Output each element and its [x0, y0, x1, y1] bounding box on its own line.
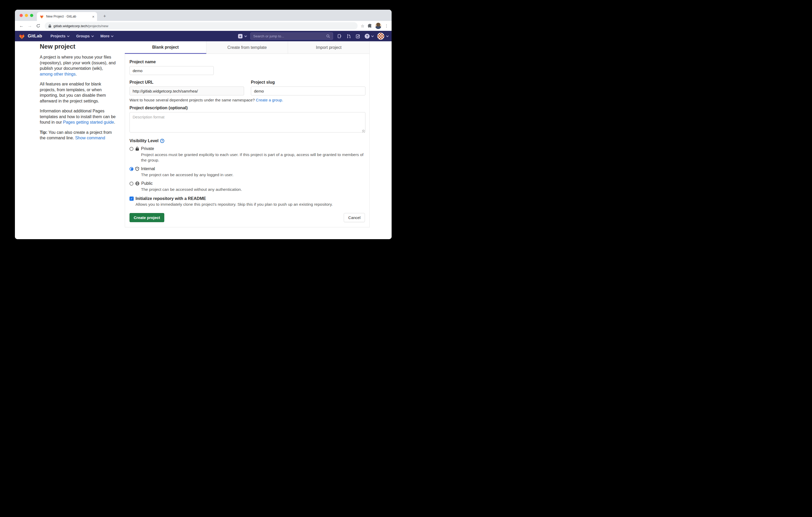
browser-profile-avatar[interactable]	[375, 23, 381, 29]
nav-item-groups[interactable]: Groups	[74, 31, 96, 41]
todos-menu-button[interactable]	[355, 34, 360, 39]
merge-request-icon	[346, 34, 351, 39]
reload-icon	[36, 24, 40, 28]
sidebar-help-column: New project A project is where you house…	[15, 41, 125, 239]
page-title: New project	[40, 43, 114, 50]
bookmark-star-icon[interactable]: ☆	[361, 24, 365, 29]
chevron-down-icon	[111, 34, 114, 37]
page-content: New project A project is where you house…	[15, 41, 392, 239]
gitlab-brand[interactable]: GitLab	[19, 33, 42, 39]
private-option-description: Project access must be granted explicitl…	[141, 152, 365, 163]
sidebar-tip: Tip: You can also create a project from …	[40, 130, 116, 141]
tab-import-project[interactable]: Import project	[288, 41, 370, 54]
extensions-puzzle-icon[interactable]	[368, 24, 372, 28]
internal-option-label[interactable]: Internal	[141, 166, 155, 171]
lock-icon	[135, 147, 139, 151]
textarea-resize-handle[interactable]	[362, 130, 365, 132]
search-icon	[326, 34, 330, 38]
merge-requests-menu-button[interactable]	[346, 34, 351, 39]
namespace-hint: Want to house several dependent projects…	[129, 98, 365, 102]
lock-secure-icon	[49, 24, 51, 28]
among-other-things-link[interactable]: among other things	[40, 72, 76, 76]
gitlab-brand-label: GitLab	[28, 33, 42, 39]
sidebar-paragraph: Information about additional Pages templ…	[40, 108, 116, 125]
tab-close-icon[interactable]: ×	[92, 14, 94, 19]
visibility-option-public: Public The project can be accessed witho…	[129, 181, 365, 192]
search-placeholder: Search or jump to...	[253, 34, 324, 38]
readme-checkbox[interactable]: ✓	[129, 196, 134, 201]
internal-radio[interactable]	[129, 167, 134, 171]
pages-guide-link[interactable]: Pages getting started guide	[63, 120, 114, 124]
project-type-tabs: Blank project Create from template Impor…	[125, 41, 370, 54]
window-zoom-button[interactable]	[30, 14, 33, 17]
sidebar-paragraph: A project is where you house your files …	[40, 54, 116, 77]
globe-icon	[135, 181, 139, 186]
issues-icon	[337, 34, 342, 39]
help-menu[interactable]: ?	[365, 34, 373, 39]
chevron-down-icon	[244, 34, 247, 37]
sidebar-paragraph: All features are enabled for blank proje…	[40, 81, 116, 104]
chevron-down-icon	[371, 34, 374, 37]
new-menu[interactable]: +	[238, 34, 246, 38]
visibility-help-icon[interactable]: ?	[160, 139, 164, 143]
new-plus-icon: +	[238, 34, 242, 38]
issues-menu-button[interactable]	[337, 34, 342, 39]
visibility-level-label: Visibility Level	[129, 139, 158, 143]
tab-blank-project[interactable]: Blank project	[125, 41, 206, 54]
visibility-option-internal: Internal The project can be accessed by …	[129, 166, 365, 178]
project-description-textarea[interactable]	[129, 112, 366, 132]
project-name-label: Project name	[129, 60, 365, 64]
show-command-link[interactable]: Show command	[75, 136, 105, 140]
project-slug-label: Project slug	[251, 80, 366, 85]
gitlab-favicon-icon	[39, 14, 44, 19]
new-project-panel: Blank project Create from template Impor…	[125, 41, 370, 227]
help-icon: ?	[365, 34, 370, 39]
browser-tab[interactable]: New Project · GitLab ×	[37, 12, 97, 21]
create-group-link[interactable]: Create a group.	[256, 98, 283, 102]
project-description-label: Project description (optional)	[129, 105, 365, 110]
public-option-description: The project can be accessed without any …	[141, 187, 365, 192]
blank-project-form: Project name Project URL Project slug	[125, 54, 370, 227]
private-radio[interactable]	[129, 147, 134, 151]
readme-label[interactable]: Initialize repository with a README	[136, 196, 206, 201]
gitlab-logo-icon	[19, 33, 25, 39]
browser-window: New Project · GitLab × + ← → gitlab.widg…	[15, 10, 392, 239]
project-url-label: Project URL	[129, 80, 244, 85]
window-controls	[20, 14, 33, 17]
back-button[interactable]: ←	[18, 23, 25, 29]
todo-check-icon	[355, 34, 360, 39]
forward-button[interactable]: →	[26, 23, 33, 29]
global-search-input[interactable]: Search or jump to...	[250, 32, 333, 40]
new-tab-button[interactable]: +	[101, 13, 108, 20]
user-menu[interactable]	[377, 33, 388, 40]
project-slug-input[interactable]	[251, 87, 366, 95]
user-avatar	[377, 33, 384, 40]
private-option-label[interactable]: Private	[141, 146, 154, 151]
reload-button[interactable]	[35, 23, 41, 29]
nav-item-projects[interactable]: Projects	[48, 31, 71, 41]
public-radio[interactable]	[129, 182, 134, 186]
tab-title: New Project · GitLab	[46, 14, 90, 18]
project-url-input[interactable]	[129, 87, 244, 95]
shield-icon	[135, 167, 139, 171]
tab-create-from-template[interactable]: Create from template	[206, 41, 288, 54]
project-name-input[interactable]	[129, 66, 214, 75]
cancel-button[interactable]: Cancel	[344, 213, 365, 222]
url-host: gitlab.widgetcorp.tech	[53, 24, 88, 28]
gitlab-navbar: GitLab Projects Groups More + Search or …	[15, 31, 392, 41]
window-close-button[interactable]	[20, 14, 23, 17]
nav-item-more[interactable]: More	[98, 31, 116, 41]
browser-tabstrip: New Project · GitLab × +	[15, 10, 392, 21]
chevron-down-icon	[67, 34, 69, 37]
create-project-button[interactable]: Create project	[129, 213, 164, 222]
visibility-option-private: Private Project access must be granted e…	[129, 146, 365, 163]
public-option-label[interactable]: Public	[141, 181, 153, 186]
address-bar[interactable]: gitlab.widgetcorp.tech/projects/new	[45, 22, 357, 30]
browser-menu-icon[interactable]: ⋮	[384, 24, 388, 28]
chevron-down-icon	[91, 34, 94, 37]
chevron-down-icon	[386, 34, 389, 37]
internal-option-description: The project can be accessed by any logge…	[141, 172, 365, 178]
browser-toolbar: ← → gitlab.widgetcorp.tech/projects/new …	[15, 21, 392, 31]
window-minimize-button[interactable]	[25, 14, 28, 17]
url-path: /projects/new	[88, 24, 109, 28]
